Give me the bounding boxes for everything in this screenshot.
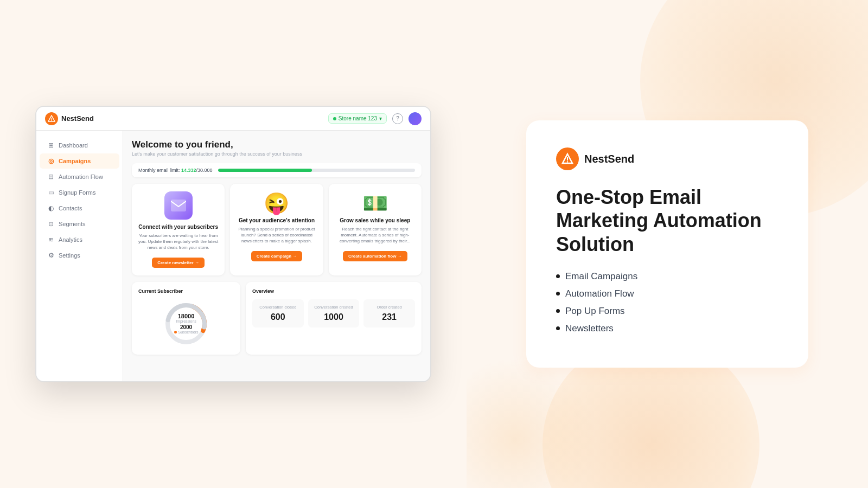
promo-logo-icon [556,147,579,170]
svg-point-9 [567,162,568,163]
sidebar-label-segments: Segments [59,221,86,227]
card-icon-0 [138,191,218,224]
feature-card-0: Connect with your subscribers Your subsc… [132,184,225,275]
limit-current: 14.332 [181,168,196,173]
store-badge[interactable]: Store name 123 ▾ [328,113,387,124]
email-limit-bar: Monthly email limit: 14.332/30.000 [132,163,422,177]
feature-card-2: 💵 Grow sales while you sleep Reach the r… [329,184,422,275]
stat-value-2: 231 [368,312,411,322]
promo-feature-label-3: Newsletters [565,323,614,334]
overview-title: Overview [252,288,415,294]
stat-box-1: Conversation created 1000 [308,299,360,328]
app-logo-icon [45,112,58,125]
promo-feature-0: Email Campaigns [556,271,778,282]
promo-feature-list: Email CampaignsAutomation FlowPop Up For… [556,271,778,334]
card-desc-2: Reach the right contact at the right mom… [335,226,415,245]
feature-cards-row: Connect with your subscribers Your subsc… [132,184,422,275]
promo-feature-label-1: Automation Flow [565,288,634,299]
sidebar-icon-segments: ⊙ [47,220,55,228]
promo-logo-text: NestSend [584,153,634,165]
bottom-row: Current Subscriber 18000 Impressions 200… [132,282,422,355]
stat-box-2: Order created 231 [363,299,415,328]
sidebar-label-signup-forms: Signup Forms [59,189,95,196]
card-btn-2[interactable]: Create automation flow → [343,251,407,261]
promo-feature-3: Newsletters [556,323,778,334]
stat-label-1: Conversation created [312,305,355,310]
card-title-1: Get your audience's attention [237,217,316,223]
help-button[interactable]: ? [392,113,403,124]
svg-rect-3 [171,200,186,211]
card-btn-1[interactable]: Create campaign → [251,251,303,261]
welcome-subtitle: Let's make your customer satisfaction go… [132,151,422,157]
sidebar-icon-signup-forms: ▭ [47,189,55,196]
subscribers-value: 2000 [174,324,199,330]
svg-point-2 [51,120,52,121]
card-title-2: Grow sales while you sleep [335,217,415,223]
sidebar-item-segments[interactable]: ⊙Segments [40,216,119,232]
sidebar-icon-settings: ⚙ [47,252,55,259]
limit-label: Monthly email limit: 14.332/30.000 [138,168,213,173]
card-desc-0: Your subscribers are waiting to hear fro… [138,233,218,251]
promo-feature-1: Automation Flow [556,288,778,299]
sub-dot [174,331,177,333]
card-btn-0[interactable]: Create newsletter → [152,258,205,268]
app-logo-text: NestSend [61,114,94,123]
promo-bullet-3 [556,326,560,330]
sidebar-item-dashboard[interactable]: ⊞Dashboard [40,138,119,153]
stat-value-1: 1000 [312,312,355,322]
subscribers-label: Subscribers [174,330,199,334]
store-dot [333,117,336,120]
card-desc-1: Planning a special promotion or product … [237,226,316,245]
limit-total: 30.000 [197,168,213,173]
promo-feature-label-0: Email Campaigns [565,271,637,282]
sidebar-icon-campaigns: ◎ [47,157,55,165]
promo-feature-label-2: Pop Up Forms [565,306,625,317]
app-topbar: NestSend Store name 123 ▾ ? [36,107,430,131]
card-title-0: Connect with your subscribers [138,224,218,230]
stat-box-0: Conversation closed 600 [252,299,304,328]
promo-headline: One-Stop Email Marketing Automation Solu… [556,185,778,256]
main-content: Welcome to you friend, Let's make your c… [123,131,430,381]
app-window: NestSend Store name 123 ▾ ? ⊞Dashboard◎C… [35,106,431,382]
topbar-right: Store name 123 ▾ ? [328,112,422,125]
promo-panel: NestSend One-Stop Email Marketing Automa… [467,0,868,488]
app-logo: NestSend [45,112,94,125]
sidebar-icon-analytics: ≋ [47,236,55,243]
progress-track [218,169,415,172]
sidebar-label-automation-flow: Automation Flow [59,174,103,180]
donut-area: 18000 Impressions 2000 Subscribers [138,299,234,348]
overview-stats: Conversation closed 600 Conversation cre… [252,299,415,328]
subscriber-card: Current Subscriber 18000 Impressions 200… [132,282,240,355]
app-body: ⊞Dashboard◎Campaigns⊟Automation Flow▭Sig… [36,131,430,381]
progress-fill [218,169,312,172]
sidebar-label-campaigns: Campaigns [59,158,91,164]
welcome-title: Welcome to you friend, [132,139,422,150]
sidebar-item-settings[interactable]: ⚙Settings [40,248,119,263]
sidebar-item-contacts[interactable]: ◐Contacts [40,201,119,216]
sidebar-item-campaigns[interactable]: ◎Campaigns [40,153,119,169]
sidebar: ⊞Dashboard◎Campaigns⊟Automation Flow▭Sig… [36,131,123,381]
sidebar-label-settings: Settings [59,252,80,259]
promo-bullet-1 [556,292,560,296]
sidebar-icon-contacts: ◐ [47,204,55,212]
stat-value-0: 600 [257,312,299,322]
promo-bullet-0 [556,274,560,278]
store-name: Store name 123 [339,115,377,121]
feature-card-1: 😜 Get your audience's attention Planning… [230,184,323,275]
promo-feature-2: Pop Up Forms [556,306,778,317]
stat-label-0: Conversation closed [257,305,299,310]
store-chevron: ▾ [379,115,382,121]
sidebar-icon-automation-flow: ⊟ [47,173,55,181]
sidebar-item-analytics[interactable]: ≋Analytics [40,232,119,247]
sidebar-label-contacts: Contacts [59,205,82,211]
promo-card: NestSend One-Stop Email Marketing Automa… [526,120,808,368]
app-screenshot-panel: NestSend Store name 123 ▾ ? ⊞Dashboard◎C… [0,0,467,488]
user-avatar[interactable] [409,112,422,125]
donut-center-text: 18000 Impressions 2000 Subscribers [174,313,199,334]
card-icon-2: 💵 [335,191,415,215]
sidebar-item-signup-forms[interactable]: ▭Signup Forms [40,185,119,200]
sidebar-item-automation-flow[interactable]: ⊟Automation Flow [40,169,119,184]
promo-logo: NestSend [556,147,778,170]
card-icon-1: 😜 [237,191,316,215]
sidebar-label-dashboard: Dashboard [59,142,88,149]
